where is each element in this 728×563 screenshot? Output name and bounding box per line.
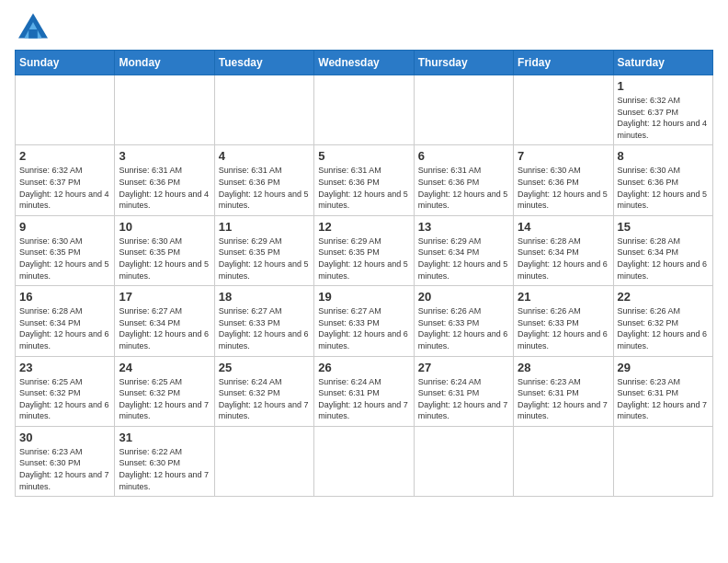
- day-number: 4: [219, 149, 310, 163]
- day-info: Sunrise: 6:29 AM Sunset: 6:34 PM Dayligh…: [418, 236, 509, 282]
- calendar-table: SundayMondayTuesdayWednesdayThursdayFrid…: [15, 50, 713, 497]
- calendar-cell: 26Sunrise: 6:24 AM Sunset: 6:31 PM Dayli…: [314, 356, 414, 426]
- day-info: Sunrise: 6:25 AM Sunset: 6:32 PM Dayligh…: [19, 376, 110, 422]
- calendar-cell: 9Sunrise: 6:30 AM Sunset: 6:35 PM Daylig…: [16, 215, 115, 285]
- day-number: 11: [219, 220, 310, 234]
- day-number: 1: [618, 79, 709, 93]
- day-info: Sunrise: 6:32 AM Sunset: 6:37 PM Dayligh…: [19, 165, 110, 211]
- day-info: Sunrise: 6:26 AM Sunset: 6:32 PM Dayligh…: [618, 305, 709, 351]
- calendar-week-row: 30Sunrise: 6:23 AM Sunset: 6:30 PM Dayli…: [16, 426, 713, 496]
- day-info: Sunrise: 6:28 AM Sunset: 6:34 PM Dayligh…: [618, 236, 709, 282]
- day-number: 5: [318, 149, 409, 163]
- day-number: 24: [119, 361, 210, 374]
- calendar-cell: [514, 426, 613, 496]
- day-number: 31: [119, 431, 210, 444]
- calendar-cell: 22Sunrise: 6:26 AM Sunset: 6:32 PM Dayli…: [613, 286, 712, 356]
- day-of-week-header: Sunday: [16, 51, 115, 75]
- calendar-cell: 12Sunrise: 6:29 AM Sunset: 6:35 PM Dayli…: [314, 215, 414, 285]
- calendar-cell: [514, 75, 613, 145]
- day-number: 12: [318, 220, 409, 234]
- day-number: 29: [618, 361, 709, 374]
- day-info: Sunrise: 6:23 AM Sunset: 6:31 PM Dayligh…: [618, 376, 709, 422]
- calendar-cell: [613, 426, 712, 496]
- day-info: Sunrise: 6:30 AM Sunset: 6:35 PM Dayligh…: [19, 236, 110, 282]
- calendar-header-row: SundayMondayTuesdayWednesdayThursdayFrid…: [16, 51, 713, 75]
- calendar-week-row: 9Sunrise: 6:30 AM Sunset: 6:35 PM Daylig…: [16, 215, 713, 285]
- calendar-cell: [414, 426, 513, 496]
- calendar-cell: 21Sunrise: 6:26 AM Sunset: 6:33 PM Dayli…: [514, 286, 613, 356]
- calendar-cell: 7Sunrise: 6:30 AM Sunset: 6:36 PM Daylig…: [514, 145, 613, 215]
- calendar-week-row: 2Sunrise: 6:32 AM Sunset: 6:37 PM Daylig…: [16, 145, 713, 215]
- calendar-cell: 17Sunrise: 6:27 AM Sunset: 6:34 PM Dayli…: [115, 286, 214, 356]
- day-number: 21: [518, 290, 609, 304]
- day-info: Sunrise: 6:31 AM Sunset: 6:36 PM Dayligh…: [318, 165, 409, 211]
- day-number: 28: [518, 361, 609, 374]
- day-info: Sunrise: 6:27 AM Sunset: 6:33 PM Dayligh…: [219, 305, 310, 351]
- calendar-cell: 11Sunrise: 6:29 AM Sunset: 6:35 PM Dayli…: [214, 215, 313, 285]
- day-info: Sunrise: 6:30 AM Sunset: 6:36 PM Dayligh…: [518, 165, 609, 211]
- calendar-cell: 10Sunrise: 6:30 AM Sunset: 6:35 PM Dayli…: [115, 215, 214, 285]
- day-number: 17: [119, 290, 210, 304]
- day-info: Sunrise: 6:31 AM Sunset: 6:36 PM Dayligh…: [219, 165, 310, 211]
- svg-rect-2: [28, 29, 38, 39]
- day-info: Sunrise: 6:29 AM Sunset: 6:35 PM Dayligh…: [219, 236, 310, 282]
- day-info: Sunrise: 6:31 AM Sunset: 6:36 PM Dayligh…: [119, 165, 210, 211]
- day-info: Sunrise: 6:28 AM Sunset: 6:34 PM Dayligh…: [19, 305, 110, 351]
- calendar-cell: 4Sunrise: 6:31 AM Sunset: 6:36 PM Daylig…: [214, 145, 313, 215]
- calendar-cell: 19Sunrise: 6:27 AM Sunset: 6:33 PM Dayli…: [314, 286, 414, 356]
- calendar-cell: 20Sunrise: 6:26 AM Sunset: 6:33 PM Dayli…: [414, 286, 513, 356]
- day-info: Sunrise: 6:30 AM Sunset: 6:35 PM Dayligh…: [119, 236, 210, 282]
- day-number: 19: [318, 290, 409, 304]
- day-number: 25: [219, 361, 310, 374]
- calendar-cell: 2Sunrise: 6:32 AM Sunset: 6:37 PM Daylig…: [16, 145, 115, 215]
- day-info: Sunrise: 6:32 AM Sunset: 6:37 PM Dayligh…: [618, 95, 709, 141]
- calendar-cell: [414, 75, 513, 145]
- calendar-cell: 6Sunrise: 6:31 AM Sunset: 6:36 PM Daylig…: [414, 145, 513, 215]
- calendar-cell: 15Sunrise: 6:28 AM Sunset: 6:34 PM Dayli…: [613, 215, 712, 285]
- calendar-week-row: 16Sunrise: 6:28 AM Sunset: 6:34 PM Dayli…: [16, 286, 713, 356]
- calendar-cell: 31Sunrise: 6:22 AM Sunset: 6:30 PM Dayli…: [115, 426, 214, 496]
- day-number: 3: [119, 149, 210, 163]
- day-info: Sunrise: 6:24 AM Sunset: 6:32 PM Dayligh…: [219, 376, 310, 422]
- calendar-cell: [214, 426, 313, 496]
- day-info: Sunrise: 6:26 AM Sunset: 6:33 PM Dayligh…: [518, 305, 609, 351]
- calendar-cell: [314, 426, 414, 496]
- day-info: Sunrise: 6:23 AM Sunset: 6:30 PM Dayligh…: [19, 446, 110, 492]
- day-number: 30: [19, 431, 110, 444]
- calendar-cell: 30Sunrise: 6:23 AM Sunset: 6:30 PM Dayli…: [16, 426, 115, 496]
- logo-icon: [18, 13, 48, 39]
- day-number: 9: [19, 220, 110, 234]
- day-info: Sunrise: 6:28 AM Sunset: 6:34 PM Dayligh…: [518, 236, 609, 282]
- calendar-cell: 18Sunrise: 6:27 AM Sunset: 6:33 PM Dayli…: [214, 286, 313, 356]
- day-number: 20: [418, 290, 509, 304]
- day-number: 8: [618, 149, 709, 163]
- day-number: 23: [19, 361, 110, 374]
- day-info: Sunrise: 6:31 AM Sunset: 6:36 PM Dayligh…: [418, 165, 509, 211]
- day-number: 2: [19, 149, 110, 163]
- calendar-cell: 1Sunrise: 6:32 AM Sunset: 6:37 PM Daylig…: [613, 75, 712, 145]
- calendar-cell: 5Sunrise: 6:31 AM Sunset: 6:36 PM Daylig…: [314, 145, 414, 215]
- day-number: 13: [418, 220, 509, 234]
- calendar-cell: 27Sunrise: 6:24 AM Sunset: 6:31 PM Dayli…: [414, 356, 513, 426]
- calendar-cell: 29Sunrise: 6:23 AM Sunset: 6:31 PM Dayli…: [613, 356, 712, 426]
- day-info: Sunrise: 6:26 AM Sunset: 6:33 PM Dayligh…: [418, 305, 509, 351]
- day-number: 22: [618, 290, 709, 304]
- day-number: 6: [418, 149, 509, 163]
- calendar-cell: 8Sunrise: 6:30 AM Sunset: 6:36 PM Daylig…: [613, 145, 712, 215]
- day-of-week-header: Wednesday: [314, 51, 414, 75]
- day-of-week-header: Monday: [115, 51, 214, 75]
- day-number: 15: [618, 220, 709, 234]
- day-info: Sunrise: 6:27 AM Sunset: 6:34 PM Dayligh…: [119, 305, 210, 351]
- calendar-cell: [115, 75, 214, 145]
- day-number: 14: [518, 220, 609, 234]
- logo: [15, 15, 48, 40]
- day-info: Sunrise: 6:24 AM Sunset: 6:31 PM Dayligh…: [418, 376, 509, 422]
- day-number: 16: [19, 290, 110, 304]
- day-number: 27: [418, 361, 509, 374]
- calendar-week-row: 1Sunrise: 6:32 AM Sunset: 6:37 PM Daylig…: [16, 75, 713, 145]
- calendar-cell: 13Sunrise: 6:29 AM Sunset: 6:34 PM Dayli…: [414, 215, 513, 285]
- day-info: Sunrise: 6:24 AM Sunset: 6:31 PM Dayligh…: [318, 376, 409, 422]
- day-number: 26: [318, 361, 409, 374]
- day-info: Sunrise: 6:30 AM Sunset: 6:36 PM Dayligh…: [618, 165, 709, 211]
- calendar-cell: 28Sunrise: 6:23 AM Sunset: 6:31 PM Dayli…: [514, 356, 613, 426]
